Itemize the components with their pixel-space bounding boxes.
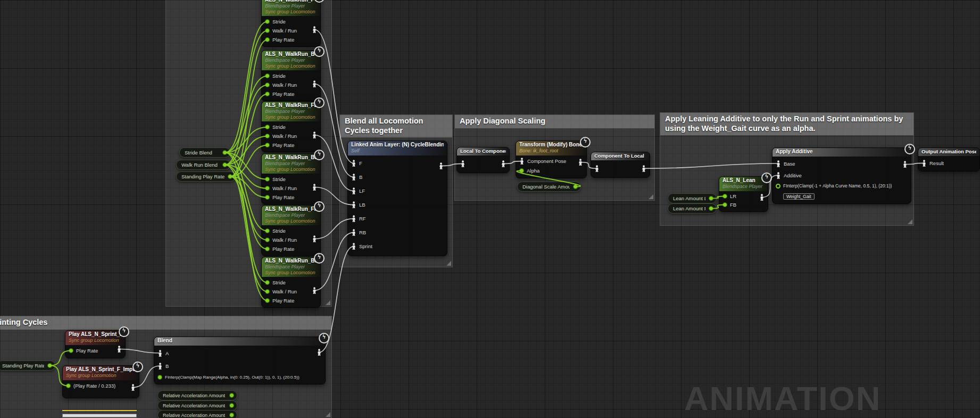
pose-input-pin-rf[interactable] (351, 215, 356, 222)
pose-input-pin-lf[interactable] (351, 187, 356, 194)
output-pin[interactable] (47, 363, 52, 368)
node-subtitle: Blendspace Player (265, 109, 317, 114)
var-stride-blend[interactable]: Stride Blend (179, 147, 230, 158)
input-pin-alpha[interactable] (519, 168, 524, 173)
comment-title[interactable]: Sprinting Cycles (0, 316, 331, 330)
output-pin[interactable] (229, 393, 234, 398)
pose-output-pin[interactable] (130, 384, 136, 391)
var-lean-amount-fb[interactable]: Lean Amount FB (668, 203, 717, 214)
input-pin-play-rate[interactable] (265, 195, 270, 200)
pose-input-pin-sprint[interactable] (351, 243, 356, 250)
node-transform-modify-bone[interactable]: Transform (Modify) Bone Bone: ik_foot_ro… (516, 141, 587, 178)
pose-input-pin-lb[interactable] (351, 201, 356, 208)
node-als-n-walkrun-b[interactable]: ALS_N_WalkRun_B Blendspace Player Sync g… (261, 50, 321, 101)
node-als-n-walkrun-fr[interactable]: ALS_N_WalkRun_FR Blendspace Player Sync … (261, 205, 321, 256)
pose-output-pin[interactable] (312, 80, 317, 87)
pose-input-pin-base[interactable] (776, 160, 781, 167)
input-pin-stride[interactable] (265, 73, 270, 78)
node-subtitle: Self (351, 148, 444, 154)
node-component-to-local[interactable]: Component To Local (591, 152, 650, 178)
input-pin-stride[interactable] (265, 280, 270, 285)
pose-output-pin[interactable] (312, 184, 317, 191)
node-linked-anim-layer-cycleblending[interactable]: Linked Anim Layer: (N) CycleBlending Sel… (347, 141, 447, 256)
comment-title[interactable]: Apply Leaning Additive to only the Run a… (660, 113, 913, 135)
output-pin[interactable] (709, 206, 713, 211)
var-relative-acceleration-z[interactable]: Relative Acceleration Amount Z (157, 410, 237, 418)
var-walk-run-blend[interactable]: Walk Run Blend (176, 160, 230, 170)
input-pin-play-rate[interactable] (265, 37, 270, 42)
var-standing-play-rate-2[interactable]: Standing Play Rate (0, 360, 55, 371)
pose-input-pin-f[interactable] (351, 160, 356, 167)
input-pin-play-rate[interactable] (265, 247, 270, 251)
pose-output-pin[interactable] (501, 160, 506, 167)
input-pin-lr[interactable] (722, 194, 727, 199)
var-lean-amount-lr[interactable]: Lean Amount LR (668, 193, 717, 203)
node-blend[interactable]: Blend A B FInterp(Clamp(Map Range(Alpha,… (154, 337, 326, 384)
input-pin-walk-run[interactable] (265, 237, 270, 242)
graph-canvas[interactable]: ANIMATION Blend all Locomotion Cycles to… (0, 0, 980, 418)
pose-output-pin[interactable] (312, 235, 317, 242)
var-relative-acceleration-y[interactable]: Relative Acceleration Amount Y (157, 400, 237, 411)
var-diagonal-scale-amount[interactable]: Diagonal Scale Amount (517, 182, 581, 192)
node-subtitle: Blendspace Player (265, 58, 317, 63)
output-pin[interactable] (222, 150, 227, 155)
input-pin-stride[interactable] (265, 19, 270, 24)
input-pin-stride[interactable] (265, 125, 270, 129)
node-output-animation-pose[interactable]: Output Animation Pose Result (918, 147, 980, 171)
pose-input-pin-component-pose[interactable] (519, 158, 525, 165)
pose-output-pin[interactable] (759, 194, 765, 201)
node-als-n-lean[interactable]: ALS_N_Lean Blendspace Player LR FB ϟ (719, 176, 768, 212)
node-play-als-n-sprint-f[interactable]: Play ALS_N_Sprint_F Sync group Locomotio… (65, 330, 126, 358)
pose-output-pin[interactable] (438, 162, 444, 169)
pose-output-pin[interactable] (117, 346, 122, 353)
input-pin-walk-run[interactable] (265, 28, 270, 33)
output-pin[interactable] (229, 403, 234, 408)
input-pin-play-rate[interactable] (265, 298, 270, 303)
output-pin[interactable] (229, 413, 234, 417)
input-pin-play-rate[interactable] (265, 92, 270, 96)
pose-input-pin-result[interactable] (921, 160, 927, 167)
input-pin-play-rate[interactable] (66, 383, 71, 388)
output-pin[interactable] (228, 174, 232, 179)
pose-output-pin[interactable] (312, 26, 317, 33)
pose-input-pin-a[interactable] (157, 350, 163, 357)
node-als-n-walkrun-f[interactable]: ALS_N_WalkRun_F Blendspace Player Sync g… (261, 0, 321, 47)
output-pin[interactable] (709, 196, 713, 201)
input-pin-fb[interactable] (722, 202, 727, 207)
pose-input-pin-b[interactable] (351, 174, 356, 181)
pose-input-pin-rb[interactable] (351, 229, 356, 236)
input-pin-walk-run[interactable] (265, 83, 270, 87)
input-pin-play-rate[interactable] (265, 143, 270, 147)
node-local-to-component[interactable]: Local To Component (456, 147, 510, 173)
pose-input-pin-b[interactable] (157, 363, 163, 370)
input-pin-alpha[interactable] (157, 375, 162, 380)
node-als-n-walkrun-fl[interactable]: ALS_N_WalkRun_FL Blendspace Player Sync … (261, 101, 321, 152)
input-pin-play-rate[interactable] (69, 348, 73, 353)
pose-output-pin[interactable] (578, 159, 583, 166)
pose-input-pin[interactable] (460, 160, 466, 167)
pose-output-pin[interactable] (312, 287, 317, 294)
input-pin-walk-run[interactable] (265, 186, 270, 191)
input-pin-walk-run[interactable] (265, 134, 270, 138)
node-als-n-walkrun-bl[interactable]: ALS_N_WalkRun_BL Blendspace Player Sync … (261, 153, 321, 204)
pin-row: Stride (262, 17, 320, 26)
pose-input-pin[interactable] (594, 165, 600, 172)
pose-output-pin[interactable] (641, 165, 646, 172)
pose-input-pin-additive[interactable] (776, 172, 781, 179)
comment-title[interactable]: Blend all Locomotion Cycles together (340, 115, 452, 137)
node-als-n-walkrun-br[interactable]: ALS_N_WalkRun_BR Blendspace Player Sync … (261, 257, 321, 308)
node-apply-additive[interactable]: Apply Additive Base Additive FInterp(Cla… (772, 147, 911, 204)
input-pin-stride[interactable] (265, 177, 270, 182)
output-pin[interactable] (573, 184, 578, 189)
input-pin-walk-run[interactable] (265, 289, 270, 294)
pose-output-pin[interactable] (312, 132, 317, 138)
output-pin[interactable] (222, 162, 227, 167)
node-play-als-n-sprint-f-impulse[interactable]: Play ALS_N_Sprint_F_Impulse Sync group L… (62, 365, 139, 398)
pose-output-pin[interactable] (902, 161, 908, 168)
var-relative-acceleration-x[interactable]: Relative Acceleration Amount X (157, 390, 237, 400)
input-pin-alpha[interactable] (776, 184, 780, 188)
comment-title[interactable]: Apply Diagonal Scaling (455, 115, 654, 128)
input-pin-stride[interactable] (265, 228, 270, 233)
var-standing-play-rate[interactable]: Standing Play Rate (176, 171, 236, 182)
pose-output-pin[interactable] (317, 349, 322, 356)
